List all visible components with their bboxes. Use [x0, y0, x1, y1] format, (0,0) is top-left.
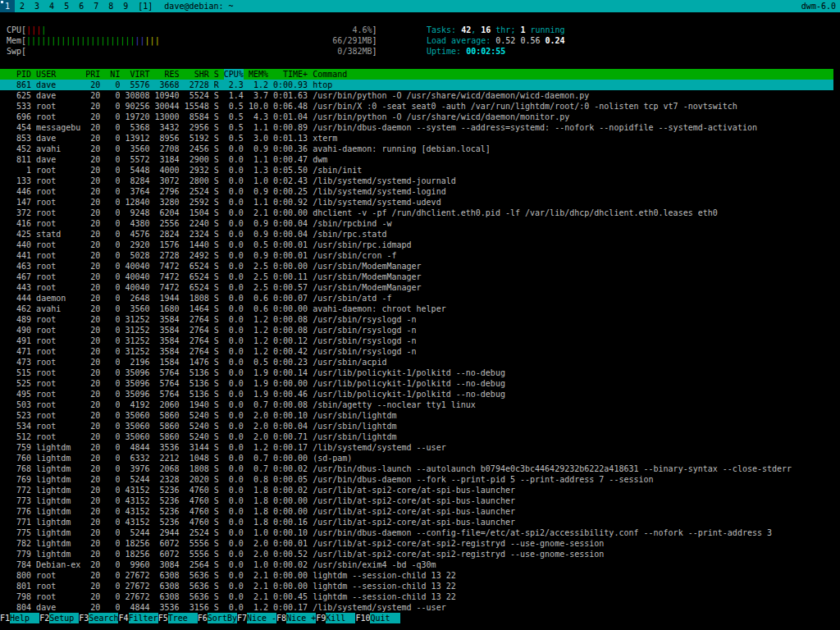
column-header-ni[interactable]: NI: [105, 69, 120, 80]
cell-s: S: [214, 517, 219, 527]
process-row-525[interactable]: 525root2003509657645136S0.01.90:00.00/us…: [0, 378, 833, 389]
cell-cpu: 0.0: [224, 218, 244, 229]
process-row-801[interactable]: 801root2002767263085636S0.02.10:00.00lig…: [0, 581, 833, 591]
process-row-776[interactable]: 776lightdm2004315252364760S0.01.80:00.00…: [0, 506, 833, 517]
process-row-773[interactable]: 773lightdm2004315252364760S0.01.80:00.00…: [0, 495, 833, 506]
cell-pid: 759: [7, 442, 31, 453]
fn-help[interactable]: F1Help: [0, 613, 39, 623]
layout-indicator[interactable]: [1]: [133, 0, 158, 12]
process-row-760[interactable]: 760lightdm200633222121048S0.00.70:00.00(…: [0, 453, 833, 463]
process-row-800[interactable]: 800root2002767263085636S0.02.10:00.00lig…: [0, 570, 833, 581]
workspace-tag-5[interactable]: 5: [59, 0, 74, 12]
process-row-463[interactable]: 463root2004004074726524S0.02.50:00.00/us…: [0, 261, 833, 272]
process-row-768[interactable]: 768lightdm200397620681808S0.00.70:00.02/…: [0, 463, 833, 474]
cell-s: S: [214, 506, 219, 517]
fn-kill[interactable]: F9Kill: [316, 613, 355, 623]
fn-tree[interactable]: F5Tree: [158, 613, 198, 623]
process-row-471[interactable]: 471root2003125235842764S0.01.20:00.42/us…: [0, 346, 833, 357]
workspace-tag-4[interactable]: 4: [44, 0, 59, 12]
process-row-784[interactable]: 784Debian-ex200996030842564S0.01.00:00.0…: [0, 559, 833, 570]
workspace-tag-3[interactable]: 3: [30, 0, 44, 12]
fn-nice[interactable]: F8Nice +: [276, 613, 316, 623]
cell-mem: 0.9: [249, 229, 268, 240]
column-header-user[interactable]: USER: [36, 69, 80, 80]
process-row-444[interactable]: 444daemon200264819441808S0.00.60:00.07/u…: [0, 293, 833, 304]
process-row-771[interactable]: 771lightdm2004315252364760S0.01.80:00.16…: [0, 517, 833, 527]
process-row-467[interactable]: 467root2004004074726524S0.02.50:00.11/us…: [0, 272, 833, 282]
process-row-775[interactable]: 775lightdm200524429442524S0.01.00:00.10/…: [0, 527, 833, 538]
process-row-503[interactable]: 503root200419220601940S0.00.70:00.08/sbi…: [0, 399, 833, 410]
process-row-147[interactable]: 147root2001284032802592S0.01.10:00.92/li…: [0, 197, 833, 208]
workspace-tag-7[interactable]: 7: [89, 0, 103, 12]
process-row-625[interactable]: 625dave20030808109405524S1.43.70:01.63/u…: [0, 90, 833, 101]
process-row-446[interactable]: 446root200376427962524S0.00.90:00.25/lib…: [0, 186, 833, 197]
process-row-853[interactable]: 853dave2001391289565192S0.53.00:01.13xte…: [0, 133, 833, 144]
process-row-804[interactable]: 804dave200484435363156S0.01.20:00.17/lib…: [0, 602, 833, 613]
cell-time: 0:00.52: [273, 549, 308, 559]
column-header-command[interactable]: Command: [313, 69, 833, 80]
cell-command: /lib/systemd/systemd --user: [313, 602, 833, 613]
workspace-tag-6[interactable]: 6: [74, 0, 89, 12]
fn-nice[interactable]: F7Nice -: [237, 613, 276, 623]
cell-time: 0:01.63: [273, 90, 308, 101]
column-header-cpu[interactable]: CPU%: [224, 69, 244, 80]
column-header-pri[interactable]: PRI: [85, 69, 100, 80]
process-row-489[interactable]: 489root2003125235842764S0.01.20:00.08/us…: [0, 314, 833, 325]
process-row-533[interactable]: 533root200902563004415548S0.510.00:06.48…: [0, 101, 833, 112]
column-header-pid[interactable]: PID: [7, 69, 31, 80]
workspace-tag-2[interactable]: 2: [15, 0, 30, 12]
process-row-441[interactable]: 441root200502827282492S0.00.90:00.01/usr…: [0, 250, 833, 261]
cell-ni: 0: [105, 272, 120, 282]
column-header-mem[interactable]: MEM%: [249, 69, 268, 80]
process-row-490[interactable]: 490root2003125235842764S0.01.20:00.08/us…: [0, 325, 833, 336]
process-row-759[interactable]: 759lightdm200484435363144S0.01.20:00.17/…: [0, 442, 833, 453]
column-header-virt[interactable]: VIRT: [125, 69, 149, 80]
fn-search[interactable]: F3Search: [79, 613, 118, 623]
process-row-491[interactable]: 491root2003125235842764S0.01.20:00.12/us…: [0, 336, 833, 346]
fn-setup[interactable]: F2Setup: [39, 613, 79, 623]
process-row-523[interactable]: 523root2003506058605240S0.02.00:00.10/us…: [0, 410, 833, 421]
column-header-shr[interactable]: SHR: [185, 69, 209, 80]
process-row-515[interactable]: 515root2003509657645136S0.01.90:00.14/us…: [0, 368, 833, 378]
cell-virt: 4576: [125, 229, 149, 240]
process-row-425[interactable]: 425statd200457628242324S0.00.90:00.04/sb…: [0, 229, 833, 240]
process-row-861[interactable]: 861dave200557636682728R2.31.20:00.93htop: [0, 80, 833, 90]
process-row-452[interactable]: 452avahi200356027082456S0.00.90:00.36ava…: [0, 144, 833, 154]
process-row-454[interactable]: 454messagebu200536834322956S0.51.10:00.8…: [0, 122, 833, 133]
process-row-696[interactable]: 696root20019720130008584S0.54.30:01.04/u…: [0, 112, 833, 122]
process-row-782[interactable]: 782lightdm2001825660725556S0.02.00:00.01…: [0, 538, 833, 549]
workspace-tag-8[interactable]: 8: [103, 0, 118, 12]
process-row-133[interactable]: 133root200828430722800S0.01.00:02.43/lib…: [0, 176, 833, 186]
process-row-779[interactable]: 779lightdm2001825660725556S0.02.00:00.52…: [0, 549, 833, 559]
cell-s: S: [214, 549, 219, 559]
cell-s: S: [214, 165, 219, 176]
fn-quit[interactable]: F10Quit: [355, 613, 399, 623]
process-row-372[interactable]: 372root200924862041504S0.02.10:00.00dhcl…: [0, 208, 833, 218]
process-row-811[interactable]: 811dave200557231842900S0.01.10:00.47dwm: [0, 154, 833, 165]
cell-command: /usr/sbin/rsyslogd -n: [313, 325, 833, 336]
process-row-473[interactable]: 473root200219615841476S0.00.50:00.23/usr…: [0, 357, 833, 368]
process-row-769[interactable]: 769lightdm200524423282020S0.00.80:00.05/…: [0, 474, 833, 485]
mem-meter-value: 66/291MB: [332, 35, 372, 46]
column-header-res[interactable]: RES: [155, 69, 180, 80]
cpu-meter: CPU[||||4.6%]: [7, 25, 427, 35]
process-row-440[interactable]: 440root200292015761440S0.00.50:00.01/usr…: [0, 240, 833, 250]
cell-pri: 20: [85, 261, 100, 272]
process-row-512[interactable]: 512root2003506058605240S0.02.00:00.71/us…: [0, 431, 833, 442]
process-row-462[interactable]: 462avahi200356016801464S0.00.60:00.00ava…: [0, 304, 833, 314]
process-row-772[interactable]: 772lightdm2004315252364760S0.01.80:00.02…: [0, 485, 833, 495]
workspace-tag-9[interactable]: 9: [118, 0, 133, 12]
process-row-443[interactable]: 443root2004004074726524S0.02.50:00.57/us…: [0, 282, 833, 293]
cell-virt: 2648: [125, 293, 149, 304]
fn-sortby[interactable]: F6SortBy: [198, 613, 237, 623]
process-row-1[interactable]: 1root200544840002932S0.01.30:05.50/sbin/…: [0, 165, 833, 176]
process-row-798[interactable]: 798root2002767263085636S0.02.10:00.45lig…: [0, 591, 833, 602]
process-row-495[interactable]: 495root2003509657645136S0.01.90:00.46/us…: [0, 389, 833, 399]
workspace-tag-1[interactable]: 1: [0, 0, 15, 12]
column-header-s[interactable]: S: [214, 69, 219, 80]
cell-shr: 4760: [185, 485, 209, 495]
process-row-416[interactable]: 416root200438025562240S0.00.90:00.04/sbi…: [0, 218, 833, 229]
fn-filter[interactable]: F4Filter: [118, 613, 158, 623]
process-row-534[interactable]: 534root2003506058605240S0.02.00:00.04/us…: [0, 421, 833, 431]
column-header-time[interactable]: TIME+: [273, 69, 308, 80]
